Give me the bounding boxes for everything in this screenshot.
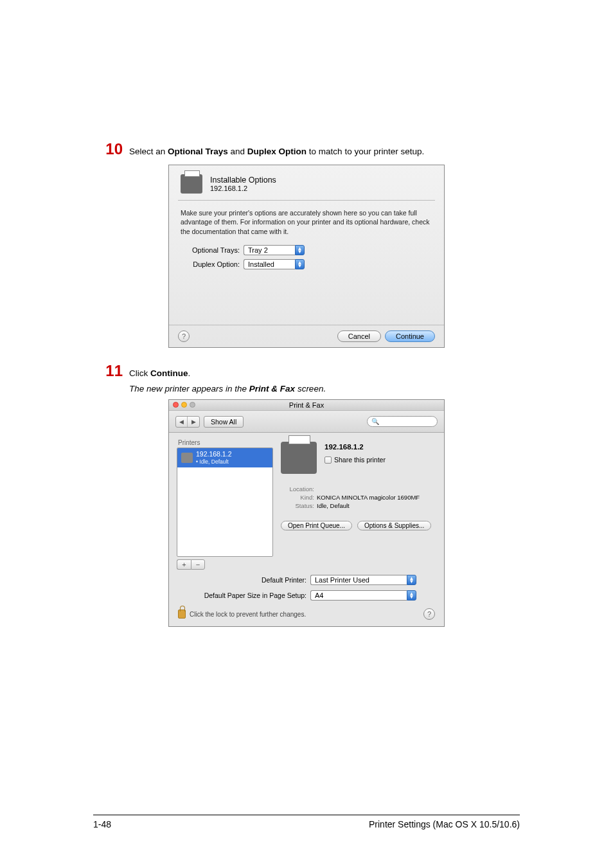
dialog-note: Make sure your printer's options are acc…: [169, 201, 444, 245]
default-paper-value: A4: [310, 590, 407, 601]
printers-header: Printers: [177, 439, 273, 448]
dialog-subtitle: 192.168.1.2: [210, 185, 276, 192]
optional-trays-value: Tray 2: [244, 245, 295, 255]
close-icon[interactable]: [173, 402, 179, 408]
chevron-updown-icon: ▲▼: [407, 575, 416, 585]
t: The new printer appears in the: [129, 384, 249, 393]
add-printer-button[interactable]: +: [177, 559, 191, 570]
optional-trays-label: Optional Trays:: [181, 246, 244, 254]
b: Optional Trays: [168, 147, 228, 156]
zoom-icon[interactable]: [190, 402, 195, 408]
options-supplies-button[interactable]: Options & Supplies...: [357, 521, 431, 530]
help-button[interactable]: ?: [178, 330, 190, 342]
page-number: 1-48: [93, 819, 111, 829]
lock-text: Click the lock to prevent further change…: [190, 611, 306, 618]
step11-caption: The new printer appears in the Print & F…: [129, 383, 520, 395]
remove-printer-button[interactable]: −: [191, 559, 205, 570]
back-icon[interactable]: ◀: [176, 417, 188, 427]
share-printer-checkbox[interactable]: [324, 457, 332, 464]
optional-trays-select[interactable]: Tray 2 ▲▼: [244, 245, 305, 255]
installable-options-dialog: Installable Options 192.168.1.2 Make sur…: [168, 165, 445, 348]
nav-back-forward[interactable]: ◀ ▶: [175, 416, 200, 428]
window-titlebar: Print & Fax: [169, 400, 444, 411]
step-number-11: 11: [93, 363, 123, 379]
status-key: Status:: [285, 502, 314, 509]
b: Print & Fax: [249, 384, 295, 393]
window-title: Print & Fax: [289, 401, 324, 409]
dialog-title: Installable Options: [210, 176, 276, 185]
show-all-button[interactable]: Show All: [204, 416, 244, 428]
duplex-option-value: Installed: [244, 259, 295, 269]
list-item[interactable]: 192.168.1.2 • Idle, Default: [177, 448, 272, 467]
t: Click: [129, 368, 150, 378]
t: and: [228, 147, 247, 156]
default-paper-select[interactable]: A4 ▲▼: [310, 590, 416, 601]
printer-icon: [181, 453, 193, 463]
chevron-updown-icon: ▲▼: [295, 245, 305, 255]
continue-button[interactable]: Continue: [385, 330, 435, 342]
step10-text: Select an Optional Trays and Duplex Opti…: [129, 141, 520, 158]
t: Select an: [129, 147, 168, 156]
list-item-name: 192.168.1.2: [196, 451, 231, 458]
share-printer-label: Share this printer: [334, 456, 386, 464]
status-value: Idle, Default: [317, 502, 350, 509]
printer-name: 192.168.1.2: [324, 443, 386, 451]
print-and-fax-window: Print & Fax ◀ ▶ Show All 🔍 Printers 192.…: [168, 399, 445, 627]
b: Duplex Option: [247, 147, 306, 156]
location-key: Location:: [285, 485, 314, 493]
list-item-status: • Idle, Default: [196, 458, 231, 465]
cancel-button[interactable]: Cancel: [337, 330, 381, 342]
default-printer-label: Default Printer:: [177, 576, 310, 584]
minimize-icon[interactable]: [181, 402, 187, 408]
forward-icon[interactable]: ▶: [188, 417, 199, 427]
lock-icon[interactable]: [178, 610, 186, 619]
default-paper-label: Default Paper Size in Page Setup:: [177, 592, 310, 599]
kind-key: Kind:: [285, 494, 314, 501]
t: to match to your printer setup.: [306, 147, 424, 156]
printer-large-icon: [281, 442, 317, 474]
t: screen.: [295, 384, 326, 393]
b: Continue: [150, 368, 188, 378]
printers-list[interactable]: 192.168.1.2 • Idle, Default: [177, 448, 273, 557]
default-printer-select[interactable]: Last Printer Used ▲▼: [310, 575, 416, 585]
search-input[interactable]: 🔍: [367, 416, 438, 427]
open-print-queue-button[interactable]: Open Print Queue...: [281, 521, 352, 530]
help-button[interactable]: ?: [423, 608, 435, 620]
duplex-option-select[interactable]: Installed ▲▼: [244, 259, 305, 269]
t: .: [188, 368, 191, 378]
search-icon: 🔍: [371, 418, 379, 425]
chevron-updown-icon: ▲▼: [295, 259, 305, 269]
step-number-10: 10: [93, 141, 123, 157]
kind-value: KONICA MINOLTA magicolor 1690MF: [317, 494, 420, 501]
duplex-option-label: Duplex Option:: [181, 260, 244, 268]
default-printer-value: Last Printer Used: [310, 575, 407, 585]
step11-text: Click Continue.: [129, 367, 520, 380]
printer-icon: [181, 174, 202, 194]
footer-title: Printer Settings (Mac OS X 10.5/10.6): [369, 819, 520, 829]
chevron-updown-icon: ▲▼: [407, 590, 416, 601]
